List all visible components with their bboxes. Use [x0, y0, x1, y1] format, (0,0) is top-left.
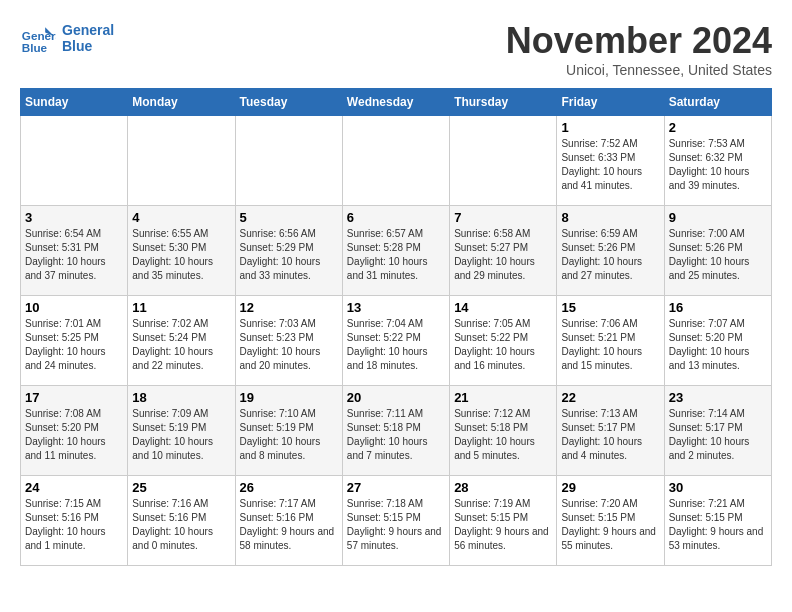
day-number: 12: [240, 300, 338, 315]
day-cell: 1Sunrise: 7:52 AM Sunset: 6:33 PM Daylig…: [557, 116, 664, 206]
day-number: 11: [132, 300, 230, 315]
day-info: Sunrise: 7:05 AM Sunset: 5:22 PM Dayligh…: [454, 317, 552, 373]
day-number: 17: [25, 390, 123, 405]
day-number: 28: [454, 480, 552, 495]
day-number: 15: [561, 300, 659, 315]
week-row-4: 17Sunrise: 7:08 AM Sunset: 5:20 PM Dayli…: [21, 386, 772, 476]
day-cell: 16Sunrise: 7:07 AM Sunset: 5:20 PM Dayli…: [664, 296, 771, 386]
day-cell: 4Sunrise: 6:55 AM Sunset: 5:30 PM Daylig…: [128, 206, 235, 296]
day-number: 26: [240, 480, 338, 495]
day-cell: [342, 116, 449, 206]
day-cell: 7Sunrise: 6:58 AM Sunset: 5:27 PM Daylig…: [450, 206, 557, 296]
day-number: 25: [132, 480, 230, 495]
week-row-3: 10Sunrise: 7:01 AM Sunset: 5:25 PM Dayli…: [21, 296, 772, 386]
day-info: Sunrise: 7:10 AM Sunset: 5:19 PM Dayligh…: [240, 407, 338, 463]
day-cell: 18Sunrise: 7:09 AM Sunset: 5:19 PM Dayli…: [128, 386, 235, 476]
day-cell: 13Sunrise: 7:04 AM Sunset: 5:22 PM Dayli…: [342, 296, 449, 386]
weekday-header-row: SundayMondayTuesdayWednesdayThursdayFrid…: [21, 89, 772, 116]
day-info: Sunrise: 7:14 AM Sunset: 5:17 PM Dayligh…: [669, 407, 767, 463]
day-cell: 21Sunrise: 7:12 AM Sunset: 5:18 PM Dayli…: [450, 386, 557, 476]
day-cell: [128, 116, 235, 206]
week-row-5: 24Sunrise: 7:15 AM Sunset: 5:16 PM Dayli…: [21, 476, 772, 566]
day-cell: 22Sunrise: 7:13 AM Sunset: 5:17 PM Dayli…: [557, 386, 664, 476]
day-info: Sunrise: 7:18 AM Sunset: 5:15 PM Dayligh…: [347, 497, 445, 553]
logo: General Blue General Blue: [20, 20, 114, 56]
weekday-header-thursday: Thursday: [450, 89, 557, 116]
day-info: Sunrise: 7:02 AM Sunset: 5:24 PM Dayligh…: [132, 317, 230, 373]
weekday-header-friday: Friday: [557, 89, 664, 116]
day-cell: 11Sunrise: 7:02 AM Sunset: 5:24 PM Dayli…: [128, 296, 235, 386]
svg-text:General: General: [22, 29, 56, 42]
day-cell: 24Sunrise: 7:15 AM Sunset: 5:16 PM Dayli…: [21, 476, 128, 566]
title-section: November 2024 Unicoi, Tennessee, United …: [506, 20, 772, 78]
day-cell: 17Sunrise: 7:08 AM Sunset: 5:20 PM Dayli…: [21, 386, 128, 476]
day-info: Sunrise: 7:17 AM Sunset: 5:16 PM Dayligh…: [240, 497, 338, 553]
weekday-header-sunday: Sunday: [21, 89, 128, 116]
logo-line1: General: [62, 22, 114, 38]
day-info: Sunrise: 7:20 AM Sunset: 5:15 PM Dayligh…: [561, 497, 659, 553]
day-info: Sunrise: 7:01 AM Sunset: 5:25 PM Dayligh…: [25, 317, 123, 373]
day-number: 9: [669, 210, 767, 225]
day-cell: 2Sunrise: 7:53 AM Sunset: 6:32 PM Daylig…: [664, 116, 771, 206]
day-info: Sunrise: 7:11 AM Sunset: 5:18 PM Dayligh…: [347, 407, 445, 463]
day-info: Sunrise: 7:53 AM Sunset: 6:32 PM Dayligh…: [669, 137, 767, 193]
day-cell: 15Sunrise: 7:06 AM Sunset: 5:21 PM Dayli…: [557, 296, 664, 386]
day-info: Sunrise: 7:52 AM Sunset: 6:33 PM Dayligh…: [561, 137, 659, 193]
day-info: Sunrise: 6:57 AM Sunset: 5:28 PM Dayligh…: [347, 227, 445, 283]
day-number: 16: [669, 300, 767, 315]
day-number: 2: [669, 120, 767, 135]
day-cell: 25Sunrise: 7:16 AM Sunset: 5:16 PM Dayli…: [128, 476, 235, 566]
day-info: Sunrise: 7:07 AM Sunset: 5:20 PM Dayligh…: [669, 317, 767, 373]
logo-line2: Blue: [62, 38, 114, 54]
day-cell: 23Sunrise: 7:14 AM Sunset: 5:17 PM Dayli…: [664, 386, 771, 476]
day-cell: 10Sunrise: 7:01 AM Sunset: 5:25 PM Dayli…: [21, 296, 128, 386]
weekday-header-monday: Monday: [128, 89, 235, 116]
week-row-2: 3Sunrise: 6:54 AM Sunset: 5:31 PM Daylig…: [21, 206, 772, 296]
day-cell: 5Sunrise: 6:56 AM Sunset: 5:29 PM Daylig…: [235, 206, 342, 296]
weekday-header-wednesday: Wednesday: [342, 89, 449, 116]
day-cell: 27Sunrise: 7:18 AM Sunset: 5:15 PM Dayli…: [342, 476, 449, 566]
day-info: Sunrise: 7:06 AM Sunset: 5:21 PM Dayligh…: [561, 317, 659, 373]
day-number: 20: [347, 390, 445, 405]
day-info: Sunrise: 7:19 AM Sunset: 5:15 PM Dayligh…: [454, 497, 552, 553]
day-info: Sunrise: 7:03 AM Sunset: 5:23 PM Dayligh…: [240, 317, 338, 373]
day-cell: 28Sunrise: 7:19 AM Sunset: 5:15 PM Dayli…: [450, 476, 557, 566]
day-cell: 26Sunrise: 7:17 AM Sunset: 5:16 PM Dayli…: [235, 476, 342, 566]
svg-text:Blue: Blue: [22, 41, 48, 54]
day-number: 5: [240, 210, 338, 225]
day-number: 22: [561, 390, 659, 405]
day-number: 19: [240, 390, 338, 405]
day-info: Sunrise: 7:09 AM Sunset: 5:19 PM Dayligh…: [132, 407, 230, 463]
weekday-header-saturday: Saturday: [664, 89, 771, 116]
day-number: 18: [132, 390, 230, 405]
day-number: 6: [347, 210, 445, 225]
day-cell: 19Sunrise: 7:10 AM Sunset: 5:19 PM Dayli…: [235, 386, 342, 476]
weekday-header-tuesday: Tuesday: [235, 89, 342, 116]
day-info: Sunrise: 7:12 AM Sunset: 5:18 PM Dayligh…: [454, 407, 552, 463]
day-info: Sunrise: 6:55 AM Sunset: 5:30 PM Dayligh…: [132, 227, 230, 283]
day-cell: 29Sunrise: 7:20 AM Sunset: 5:15 PM Dayli…: [557, 476, 664, 566]
day-info: Sunrise: 7:16 AM Sunset: 5:16 PM Dayligh…: [132, 497, 230, 553]
logo-icon: General Blue: [20, 20, 56, 56]
day-number: 10: [25, 300, 123, 315]
day-cell: 20Sunrise: 7:11 AM Sunset: 5:18 PM Dayli…: [342, 386, 449, 476]
day-info: Sunrise: 6:59 AM Sunset: 5:26 PM Dayligh…: [561, 227, 659, 283]
day-cell: 6Sunrise: 6:57 AM Sunset: 5:28 PM Daylig…: [342, 206, 449, 296]
day-number: 23: [669, 390, 767, 405]
day-cell: [235, 116, 342, 206]
day-number: 7: [454, 210, 552, 225]
day-number: 1: [561, 120, 659, 135]
logo-text: General Blue: [62, 22, 114, 54]
day-number: 29: [561, 480, 659, 495]
day-cell: 30Sunrise: 7:21 AM Sunset: 5:15 PM Dayli…: [664, 476, 771, 566]
day-cell: 12Sunrise: 7:03 AM Sunset: 5:23 PM Dayli…: [235, 296, 342, 386]
page-header: General Blue General Blue November 2024 …: [20, 20, 772, 78]
day-number: 27: [347, 480, 445, 495]
month-title: November 2024: [506, 20, 772, 62]
day-info: Sunrise: 6:56 AM Sunset: 5:29 PM Dayligh…: [240, 227, 338, 283]
day-number: 14: [454, 300, 552, 315]
day-cell: [450, 116, 557, 206]
day-cell: 14Sunrise: 7:05 AM Sunset: 5:22 PM Dayli…: [450, 296, 557, 386]
location: Unicoi, Tennessee, United States: [506, 62, 772, 78]
day-number: 8: [561, 210, 659, 225]
